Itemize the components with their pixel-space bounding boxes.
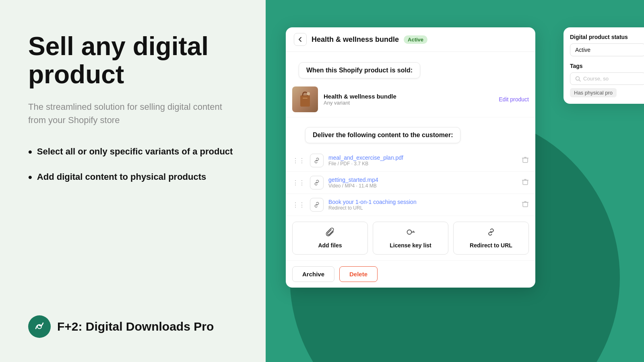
deliver-label: Deliver the following content to the cus… bbox=[305, 127, 460, 143]
product-name: Health & wellness bundle bbox=[324, 93, 493, 100]
delete-file-2[interactable] bbox=[522, 178, 529, 187]
product-variant: Any variant bbox=[324, 100, 493, 106]
window-title: Health & wellness bundle bbox=[312, 35, 399, 44]
tags-label: Tags bbox=[570, 63, 644, 69]
status-badge: Active bbox=[404, 35, 427, 44]
window-header: Health & wellness bundle Active bbox=[286, 27, 535, 52]
link-icon-3 bbox=[313, 201, 320, 208]
left-content: Sell any digital product The streamlined… bbox=[28, 32, 237, 196]
delete-file-1[interactable] bbox=[522, 156, 529, 165]
file-meta-3: Redirect to URL bbox=[328, 205, 517, 211]
edit-product-link[interactable]: Edit product bbox=[499, 96, 529, 103]
bullet-item-1: Select all or only specific variants of … bbox=[28, 146, 237, 158]
key-icon bbox=[406, 228, 415, 239]
bullet-item-2: Add digital content to physical products bbox=[28, 171, 237, 184]
trash-icon-1 bbox=[522, 156, 529, 163]
file-icon-3 bbox=[310, 198, 324, 212]
trash-icon-3 bbox=[522, 200, 529, 208]
add-files-label: Add files bbox=[318, 242, 342, 249]
delete-button[interactable]: Delete bbox=[339, 266, 378, 282]
hero-title: Sell any digital product bbox=[28, 32, 237, 89]
svg-point-0 bbox=[32, 319, 47, 334]
svg-rect-2 bbox=[300, 95, 310, 107]
trash-icon-2 bbox=[522, 178, 529, 185]
left-panel: Sell any digital product The streamlined… bbox=[0, 0, 266, 362]
file-name-2[interactable]: getting_started.mp4 bbox=[328, 177, 517, 183]
file-meta-2: Video / MP4 · 11.4 MB bbox=[328, 183, 517, 189]
license-key-button[interactable]: License key list bbox=[373, 222, 448, 255]
file-meta-1: File / PDF · 3.7 KB bbox=[328, 161, 517, 167]
file-info-1: meal_and_excercise_plan.pdf File / PDF ·… bbox=[328, 154, 517, 167]
link-icon-1 bbox=[313, 157, 320, 164]
file-icon-1 bbox=[310, 154, 324, 167]
svg-point-8 bbox=[407, 230, 412, 234]
paperclip-svg bbox=[326, 228, 334, 237]
product-row: Health & wellness bundle Any variant Edi… bbox=[286, 82, 535, 117]
tags-search[interactable]: Course, so bbox=[570, 72, 644, 85]
license-key-label: License key list bbox=[390, 242, 431, 249]
action-buttons-row: Add files License key list bbox=[286, 216, 535, 261]
tags-search-placeholder: Course, so bbox=[583, 76, 609, 82]
brand-logo bbox=[28, 315, 51, 338]
file-info-2: getting_started.mp4 Video / MP4 · 11.4 M… bbox=[328, 177, 517, 189]
search-icon bbox=[575, 76, 581, 82]
sidebar-tag: Has physical pro bbox=[570, 88, 617, 97]
sidebar-panel: Digital product status Active Tags Cours… bbox=[564, 27, 644, 104]
file-row-2: ⋮⋮ getting_started.mp4 Video / MP4 · 11.… bbox=[286, 172, 535, 194]
redirect-url-button[interactable]: Redirect to URL bbox=[453, 222, 529, 255]
file-row-1: ⋮⋮ meal_and_excercise_plan.pdf File / PD… bbox=[286, 150, 535, 172]
app-window: Health & wellness bundle Active When thi… bbox=[286, 27, 535, 288]
chain-link-icon bbox=[487, 228, 495, 239]
redirect-url-label: Redirect to URL bbox=[470, 242, 512, 249]
back-arrow-icon bbox=[297, 36, 303, 43]
svg-rect-5 bbox=[523, 158, 528, 162]
brand-name: F+2: Digital Downloads Pro bbox=[57, 320, 214, 333]
product-image-icon bbox=[297, 90, 313, 108]
digital-product-status-label: Digital product status bbox=[570, 34, 644, 40]
right-panel: Health & wellness bundle Active When thi… bbox=[266, 0, 644, 362]
svg-rect-7 bbox=[523, 202, 528, 207]
drag-handle-1[interactable]: ⋮⋮ bbox=[292, 157, 305, 165]
svg-rect-3 bbox=[303, 98, 308, 99]
brand-logo-icon bbox=[32, 319, 47, 334]
archive-button[interactable]: Archive bbox=[292, 266, 334, 282]
chain-svg bbox=[487, 228, 495, 237]
key-svg bbox=[406, 228, 415, 237]
svg-rect-6 bbox=[523, 180, 528, 185]
svg-point-4 bbox=[307, 92, 310, 95]
drag-handle-3[interactable]: ⋮⋮ bbox=[292, 201, 305, 209]
file-name-3[interactable]: Book your 1-on-1 coaching session bbox=[328, 199, 517, 205]
sidebar-status-value: Active bbox=[570, 43, 644, 56]
file-name-1[interactable]: meal_and_excercise_plan.pdf bbox=[328, 154, 517, 161]
link-icon-2 bbox=[313, 179, 320, 186]
when-label: When this Shopify product is sold: bbox=[299, 62, 420, 78]
hero-subtitle: The streamlined solution for selling dig… bbox=[28, 100, 237, 127]
delete-file-3[interactable] bbox=[522, 200, 529, 210]
file-info-3: Book your 1-on-1 coaching session Redire… bbox=[328, 199, 517, 211]
product-image bbox=[292, 86, 318, 112]
paperclip-icon bbox=[326, 228, 334, 239]
file-row-3: ⋮⋮ Book your 1-on-1 coaching session Red… bbox=[286, 194, 535, 216]
brand-footer: F+2: Digital Downloads Pro bbox=[28, 315, 237, 338]
drag-handle-2[interactable]: ⋮⋮ bbox=[292, 179, 305, 187]
add-files-button[interactable]: Add files bbox=[292, 222, 368, 255]
product-info: Health & wellness bundle Any variant bbox=[324, 93, 493, 106]
file-icon-2 bbox=[310, 176, 324, 189]
back-button[interactable] bbox=[294, 33, 307, 46]
bullet-list: Select all or only specific variants of … bbox=[28, 146, 237, 184]
bottom-actions: Archive Delete bbox=[286, 261, 535, 288]
